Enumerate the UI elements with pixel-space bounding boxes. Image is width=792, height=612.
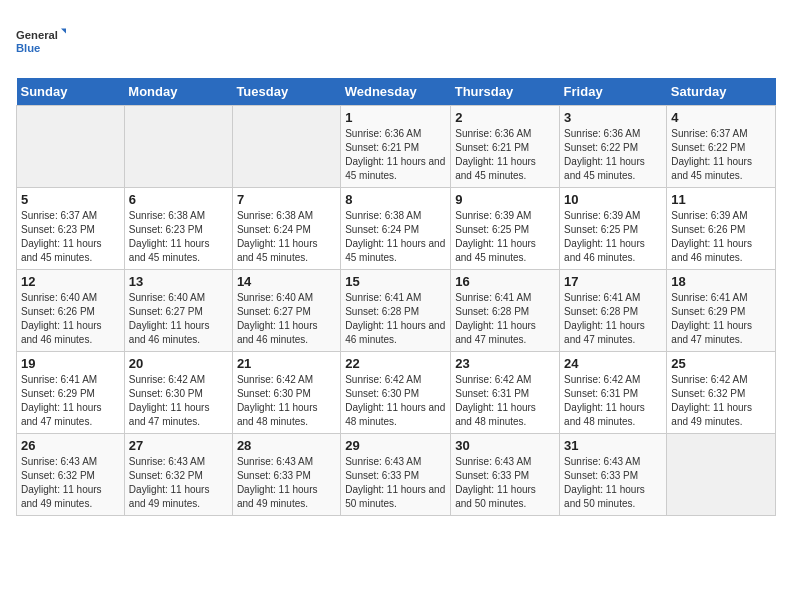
day-info: Sunrise: 6:42 AM Sunset: 6:30 PM Dayligh… — [129, 373, 228, 429]
header-thursday: Thursday — [451, 78, 560, 106]
day-number: 20 — [129, 356, 228, 371]
day-info: Sunrise: 6:42 AM Sunset: 6:31 PM Dayligh… — [564, 373, 662, 429]
day-info: Sunrise: 6:36 AM Sunset: 6:21 PM Dayligh… — [345, 127, 446, 183]
day-cell: 8Sunrise: 6:38 AM Sunset: 6:24 PM Daylig… — [341, 188, 451, 270]
logo: General Blue — [16, 16, 66, 66]
header-monday: Monday — [124, 78, 232, 106]
day-info: Sunrise: 6:42 AM Sunset: 6:31 PM Dayligh… — [455, 373, 555, 429]
day-info: Sunrise: 6:39 AM Sunset: 6:25 PM Dayligh… — [455, 209, 555, 265]
day-info: Sunrise: 6:41 AM Sunset: 6:29 PM Dayligh… — [21, 373, 120, 429]
day-info: Sunrise: 6:37 AM Sunset: 6:22 PM Dayligh… — [671, 127, 771, 183]
header-sunday: Sunday — [17, 78, 125, 106]
svg-text:Blue: Blue — [16, 42, 40, 54]
day-cell: 16Sunrise: 6:41 AM Sunset: 6:28 PM Dayli… — [451, 270, 560, 352]
day-info: Sunrise: 6:43 AM Sunset: 6:33 PM Dayligh… — [455, 455, 555, 511]
day-cell: 10Sunrise: 6:39 AM Sunset: 6:25 PM Dayli… — [560, 188, 667, 270]
day-number: 13 — [129, 274, 228, 289]
day-number: 25 — [671, 356, 771, 371]
day-info: Sunrise: 6:43 AM Sunset: 6:33 PM Dayligh… — [345, 455, 446, 511]
day-number: 10 — [564, 192, 662, 207]
day-cell — [232, 106, 340, 188]
day-number: 23 — [455, 356, 555, 371]
day-number: 17 — [564, 274, 662, 289]
day-cell: 31Sunrise: 6:43 AM Sunset: 6:33 PM Dayli… — [560, 434, 667, 516]
day-info: Sunrise: 6:38 AM Sunset: 6:24 PM Dayligh… — [237, 209, 336, 265]
day-number: 31 — [564, 438, 662, 453]
day-number: 19 — [21, 356, 120, 371]
day-info: Sunrise: 6:42 AM Sunset: 6:30 PM Dayligh… — [237, 373, 336, 429]
day-info: Sunrise: 6:41 AM Sunset: 6:28 PM Dayligh… — [345, 291, 446, 347]
day-cell: 2Sunrise: 6:36 AM Sunset: 6:21 PM Daylig… — [451, 106, 560, 188]
day-cell — [124, 106, 232, 188]
day-cell: 25Sunrise: 6:42 AM Sunset: 6:32 PM Dayli… — [667, 352, 776, 434]
day-number: 7 — [237, 192, 336, 207]
week-row-5: 26Sunrise: 6:43 AM Sunset: 6:32 PM Dayli… — [17, 434, 776, 516]
header-tuesday: Tuesday — [232, 78, 340, 106]
day-number: 18 — [671, 274, 771, 289]
day-info: Sunrise: 6:41 AM Sunset: 6:29 PM Dayligh… — [671, 291, 771, 347]
day-cell: 1Sunrise: 6:36 AM Sunset: 6:21 PM Daylig… — [341, 106, 451, 188]
day-number: 5 — [21, 192, 120, 207]
day-number: 2 — [455, 110, 555, 125]
week-row-1: 1Sunrise: 6:36 AM Sunset: 6:21 PM Daylig… — [17, 106, 776, 188]
svg-marker-2 — [61, 29, 66, 35]
day-info: Sunrise: 6:38 AM Sunset: 6:24 PM Dayligh… — [345, 209, 446, 265]
day-cell: 12Sunrise: 6:40 AM Sunset: 6:26 PM Dayli… — [17, 270, 125, 352]
day-cell: 6Sunrise: 6:38 AM Sunset: 6:23 PM Daylig… — [124, 188, 232, 270]
header-friday: Friday — [560, 78, 667, 106]
day-cell: 4Sunrise: 6:37 AM Sunset: 6:22 PM Daylig… — [667, 106, 776, 188]
day-cell: 17Sunrise: 6:41 AM Sunset: 6:28 PM Dayli… — [560, 270, 667, 352]
day-cell: 26Sunrise: 6:43 AM Sunset: 6:32 PM Dayli… — [17, 434, 125, 516]
day-number: 6 — [129, 192, 228, 207]
day-number: 11 — [671, 192, 771, 207]
day-cell — [667, 434, 776, 516]
day-number: 14 — [237, 274, 336, 289]
day-info: Sunrise: 6:39 AM Sunset: 6:26 PM Dayligh… — [671, 209, 771, 265]
day-cell: 14Sunrise: 6:40 AM Sunset: 6:27 PM Dayli… — [232, 270, 340, 352]
day-number: 12 — [21, 274, 120, 289]
day-cell: 30Sunrise: 6:43 AM Sunset: 6:33 PM Dayli… — [451, 434, 560, 516]
day-cell: 24Sunrise: 6:42 AM Sunset: 6:31 PM Dayli… — [560, 352, 667, 434]
day-info: Sunrise: 6:41 AM Sunset: 6:28 PM Dayligh… — [564, 291, 662, 347]
page-header: General Blue — [16, 16, 776, 66]
logo-svg: General Blue — [16, 16, 66, 66]
day-cell: 23Sunrise: 6:42 AM Sunset: 6:31 PM Dayli… — [451, 352, 560, 434]
day-cell: 19Sunrise: 6:41 AM Sunset: 6:29 PM Dayli… — [17, 352, 125, 434]
day-info: Sunrise: 6:40 AM Sunset: 6:27 PM Dayligh… — [129, 291, 228, 347]
week-row-4: 19Sunrise: 6:41 AM Sunset: 6:29 PM Dayli… — [17, 352, 776, 434]
day-number: 8 — [345, 192, 446, 207]
day-info: Sunrise: 6:38 AM Sunset: 6:23 PM Dayligh… — [129, 209, 228, 265]
day-number: 28 — [237, 438, 336, 453]
day-info: Sunrise: 6:37 AM Sunset: 6:23 PM Dayligh… — [21, 209, 120, 265]
header-wednesday: Wednesday — [341, 78, 451, 106]
day-info: Sunrise: 6:40 AM Sunset: 6:27 PM Dayligh… — [237, 291, 336, 347]
day-number: 30 — [455, 438, 555, 453]
day-info: Sunrise: 6:41 AM Sunset: 6:28 PM Dayligh… — [455, 291, 555, 347]
day-number: 27 — [129, 438, 228, 453]
week-row-2: 5Sunrise: 6:37 AM Sunset: 6:23 PM Daylig… — [17, 188, 776, 270]
day-number: 29 — [345, 438, 446, 453]
day-cell: 27Sunrise: 6:43 AM Sunset: 6:32 PM Dayli… — [124, 434, 232, 516]
day-cell: 20Sunrise: 6:42 AM Sunset: 6:30 PM Dayli… — [124, 352, 232, 434]
day-number: 1 — [345, 110, 446, 125]
calendar-table: SundayMondayTuesdayWednesdayThursdayFrid… — [16, 78, 776, 516]
day-info: Sunrise: 6:36 AM Sunset: 6:21 PM Dayligh… — [455, 127, 555, 183]
day-number: 21 — [237, 356, 336, 371]
day-cell: 18Sunrise: 6:41 AM Sunset: 6:29 PM Dayli… — [667, 270, 776, 352]
day-cell — [17, 106, 125, 188]
day-number: 24 — [564, 356, 662, 371]
svg-text:General: General — [16, 29, 58, 41]
day-cell: 22Sunrise: 6:42 AM Sunset: 6:30 PM Dayli… — [341, 352, 451, 434]
day-number: 3 — [564, 110, 662, 125]
day-cell: 9Sunrise: 6:39 AM Sunset: 6:25 PM Daylig… — [451, 188, 560, 270]
day-cell: 13Sunrise: 6:40 AM Sunset: 6:27 PM Dayli… — [124, 270, 232, 352]
calendar-body: 1Sunrise: 6:36 AM Sunset: 6:21 PM Daylig… — [17, 106, 776, 516]
header-saturday: Saturday — [667, 78, 776, 106]
day-number: 9 — [455, 192, 555, 207]
day-cell: 29Sunrise: 6:43 AM Sunset: 6:33 PM Dayli… — [341, 434, 451, 516]
day-cell: 5Sunrise: 6:37 AM Sunset: 6:23 PM Daylig… — [17, 188, 125, 270]
day-number: 15 — [345, 274, 446, 289]
calendar-header-row: SundayMondayTuesdayWednesdayThursdayFrid… — [17, 78, 776, 106]
day-info: Sunrise: 6:42 AM Sunset: 6:30 PM Dayligh… — [345, 373, 446, 429]
day-info: Sunrise: 6:36 AM Sunset: 6:22 PM Dayligh… — [564, 127, 662, 183]
